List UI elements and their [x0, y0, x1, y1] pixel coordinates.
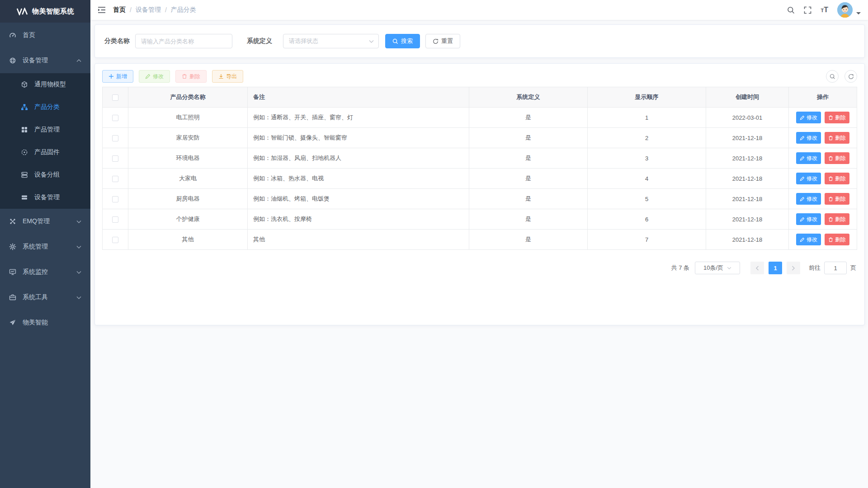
- chevron-down-icon: [76, 245, 81, 249]
- row-edit-label: 修改: [807, 134, 817, 142]
- export-button[interactable]: 导出: [212, 70, 243, 83]
- row-delete-button[interactable]: 删除: [825, 132, 849, 144]
- row-checkbox[interactable]: [112, 115, 118, 121]
- app-logo[interactable]: 物美智能系统: [0, 0, 90, 23]
- row-edit-button[interactable]: 修改: [796, 193, 821, 205]
- row-delete-label: 删除: [835, 216, 846, 223]
- system-defined-select[interactable]: 请选择状态: [283, 34, 379, 48]
- sidebar-item-label: 产品固件: [34, 148, 60, 156]
- chevron-up-icon: [76, 59, 81, 62]
- breadcrumb-separator: /: [165, 6, 167, 14]
- user-menu[interactable]: [837, 2, 861, 18]
- add-button[interactable]: 新增: [102, 70, 133, 83]
- toolbox-icon: [9, 294, 16, 301]
- row-delete-button[interactable]: 删除: [825, 112, 849, 123]
- sidebar-item-device-group[interactable]: 设备分组: [0, 164, 90, 186]
- cell-system: 是: [469, 128, 588, 148]
- table-row: 厨房电器 例如：油烟机、烤箱、电饭煲 是 5 2021-12-18 修改删除: [103, 189, 857, 209]
- cell-name: 个护健康: [128, 209, 248, 230]
- next-page-button[interactable]: [787, 262, 800, 274]
- row-checkbox[interactable]: [112, 196, 118, 202]
- breadcrumb: 首页 / 设备管理 / 产品分类: [113, 6, 196, 14]
- navbar-actions: TT: [787, 2, 861, 18]
- breadcrumb-home[interactable]: 首页: [113, 6, 126, 14]
- cell-order: 7: [588, 230, 706, 250]
- monitor-chart-icon: [9, 268, 16, 276]
- row-edit-button[interactable]: 修改: [796, 112, 821, 123]
- row-edit-button[interactable]: 修改: [796, 152, 821, 164]
- cell-created: 2021-12-18: [706, 209, 789, 230]
- sidebar-item-product-mgmt[interactable]: 产品管理: [0, 118, 90, 141]
- sidebar-item-device-mgmt-sub[interactable]: 设备管理: [0, 186, 90, 209]
- table-toolbar: 新增 修改 删除 导出: [102, 70, 857, 83]
- row-checkbox[interactable]: [112, 216, 118, 223]
- row-edit-label: 修改: [807, 236, 817, 244]
- sidebar-item-system-monitor[interactable]: 系统监控: [0, 259, 90, 285]
- row-checkbox[interactable]: [112, 237, 118, 243]
- search-icon[interactable]: [787, 6, 795, 14]
- sidebar-item-label: 产品分类: [34, 103, 60, 111]
- category-name-input[interactable]: [135, 34, 232, 48]
- search-button[interactable]: 搜索: [385, 34, 420, 48]
- page-number-current[interactable]: 1: [769, 262, 782, 274]
- sidebar-item-system-tools[interactable]: 系统工具: [0, 285, 90, 310]
- refresh-icon[interactable]: [844, 70, 857, 83]
- sidebar-item-wumei[interactable]: 物美智能: [0, 310, 90, 335]
- row-delete-button[interactable]: 删除: [825, 152, 849, 164]
- category-name-label: 分类名称: [104, 37, 130, 45]
- row-edit-label: 修改: [807, 195, 817, 203]
- reset-button[interactable]: 重置: [425, 34, 460, 48]
- breadcrumb-device-mgmt: 设备管理: [136, 6, 161, 14]
- main-area: 首页 / 设备管理 / 产品分类 TT: [90, 0, 868, 488]
- cell-remark: 例如：通断器、开关、插座、窗帘、灯: [248, 108, 469, 128]
- row-edit-label: 修改: [807, 175, 817, 183]
- goto-label: 前往: [809, 264, 821, 272]
- header-checkbox-cell: [103, 87, 128, 108]
- row-edit-button[interactable]: 修改: [796, 234, 821, 245]
- header-name: 产品分类名称: [128, 87, 248, 108]
- table-row: 电工照明 例如：通断器、开关、插座、窗帘、灯 是 1 2022-03-01 修改…: [103, 108, 857, 128]
- row-delete-button[interactable]: 删除: [825, 173, 849, 184]
- header-remark: 备注: [248, 87, 469, 108]
- row-delete-button[interactable]: 删除: [825, 234, 849, 245]
- sidebar-item-emq-mgmt[interactable]: EMQ管理: [0, 209, 90, 234]
- sidebar-item-device-mgmt[interactable]: 设备管理: [0, 48, 90, 73]
- page-size-select[interactable]: 10条/页: [695, 262, 740, 274]
- reset-button-label: 重置: [441, 37, 453, 45]
- row-delete-button[interactable]: 删除: [825, 193, 849, 205]
- sidebar-item-label: 设备管理: [23, 56, 48, 65]
- row-edit-button[interactable]: 修改: [796, 213, 821, 225]
- sidebar-item-product-category[interactable]: 产品分类: [0, 96, 90, 118]
- row-checkbox[interactable]: [112, 176, 118, 182]
- row-checkbox[interactable]: [112, 155, 118, 162]
- row-delete-label: 删除: [835, 134, 846, 142]
- select-all-checkbox[interactable]: [112, 94, 118, 101]
- row-delete-button[interactable]: 删除: [825, 213, 849, 225]
- cell-remark: 例如：洗衣机、按摩椅: [248, 209, 469, 230]
- sidebar-item-home[interactable]: 首页: [0, 23, 90, 48]
- sidebar-item-thing-model[interactable]: 通用物模型: [0, 73, 90, 96]
- prev-page-button[interactable]: [750, 262, 764, 274]
- fullscreen-icon[interactable]: [804, 6, 811, 14]
- cell-system: 是: [469, 169, 588, 189]
- font-size-icon[interactable]: TT: [821, 6, 828, 14]
- edit-button[interactable]: 修改: [139, 70, 170, 83]
- row-edit-button[interactable]: 修改: [796, 173, 821, 184]
- goto-page-input[interactable]: [824, 262, 847, 274]
- sidebar-item-product-firmware[interactable]: 产品固件: [0, 141, 90, 164]
- delete-button[interactable]: 删除: [175, 70, 207, 83]
- row-checkbox[interactable]: [112, 135, 118, 141]
- sidebar-item-system-mgmt[interactable]: 系统管理: [0, 234, 90, 259]
- category-table: 产品分类名称 备注 系统定义 显示顺序 创建时间 操作 电工照明 例如：通断器、…: [102, 87, 857, 250]
- toggle-search-icon[interactable]: [826, 70, 839, 83]
- bars-icon: [21, 194, 28, 201]
- row-delete-label: 删除: [835, 155, 846, 162]
- cell-system: 是: [469, 108, 588, 128]
- delete-button-label: 删除: [189, 73, 200, 80]
- sidebar-toggle-icon[interactable]: [98, 6, 106, 14]
- edit-button-label: 修改: [153, 73, 164, 80]
- chevron-down-icon: [76, 271, 81, 274]
- paper-plane-icon: [9, 319, 16, 326]
- avatar[interactable]: [837, 2, 853, 18]
- row-edit-button[interactable]: 修改: [796, 132, 821, 144]
